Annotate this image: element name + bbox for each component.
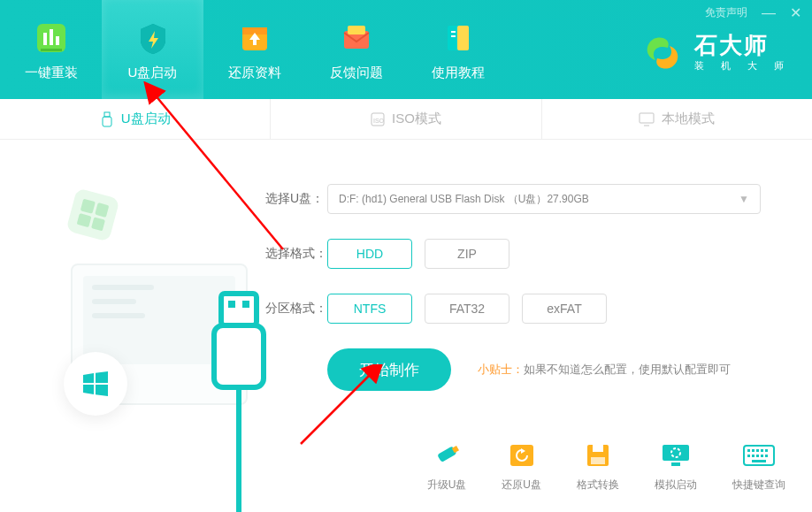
tool-label: 还原U盘 bbox=[502, 478, 541, 493]
svg-rect-14 bbox=[451, 35, 456, 37]
svg-rect-2 bbox=[50, 29, 53, 45]
tip-body: 如果不知道怎么配置，使用默认配置即可 bbox=[524, 363, 731, 376]
tool-label: 快捷键查询 bbox=[732, 478, 785, 493]
tool-label: 升级U盘 bbox=[427, 478, 467, 493]
tool-upgrade-usb[interactable]: 升级U盘 bbox=[427, 442, 467, 493]
close-button[interactable]: ✕ bbox=[790, 9, 801, 18]
subtab-label: ISO模式 bbox=[392, 111, 441, 127]
svg-rect-13 bbox=[451, 31, 456, 33]
start-button[interactable]: 开始制作 bbox=[327, 348, 451, 391]
main-content: 选择U盘： D:F: (hd1) General USB Flash Disk … bbox=[0, 140, 812, 409]
monitor-loading-icon bbox=[659, 442, 693, 469]
tool-hotkey-lookup[interactable]: 快捷键查询 bbox=[732, 442, 785, 493]
svg-rect-4 bbox=[41, 49, 62, 51]
svg-rect-41 bbox=[747, 449, 750, 452]
svg-marker-24 bbox=[96, 385, 108, 396]
usb-plug-icon bbox=[203, 290, 274, 512]
illustration bbox=[27, 184, 265, 391]
keyboard-icon bbox=[742, 442, 776, 469]
book-icon bbox=[439, 19, 478, 57]
subtab-usb[interactable]: U盘启动 bbox=[0, 99, 271, 139]
nav-label: 一键重装 bbox=[25, 65, 78, 81]
minimize-button[interactable]: — bbox=[762, 9, 776, 18]
tip-text: 小贴士：如果不知道怎么配置，使用默认配置即可 bbox=[478, 362, 731, 378]
nav-restore[interactable]: 还原资料 bbox=[203, 0, 305, 99]
svg-rect-29 bbox=[242, 301, 249, 308]
usb-icon bbox=[100, 111, 114, 127]
svg-rect-47 bbox=[752, 455, 755, 457]
brand: 石大师 装 机 大 师 bbox=[641, 32, 791, 74]
tool-label: 格式转换 bbox=[577, 478, 619, 493]
svg-rect-19 bbox=[640, 113, 654, 123]
app-header: 免责声明 — ✕ 一键重装 U盘启动 还原资料 反馈问题 bbox=[0, 0, 812, 99]
svg-marker-22 bbox=[96, 371, 108, 383]
subtab-iso[interactable]: ISO ISO模式 bbox=[271, 99, 541, 139]
svg-rect-43 bbox=[756, 449, 759, 452]
nav-usb-boot[interactable]: U盘启动 bbox=[102, 0, 203, 99]
brand-logo-icon bbox=[641, 32, 684, 74]
brand-tagline: 装 机 大 师 bbox=[694, 59, 791, 73]
iso-icon: ISO bbox=[371, 112, 385, 126]
svg-rect-15 bbox=[104, 112, 110, 117]
disk-label: 选择U盘： bbox=[265, 191, 327, 207]
upload-box-icon bbox=[235, 19, 274, 57]
nav-label: 还原资料 bbox=[228, 65, 281, 81]
svg-marker-21 bbox=[83, 373, 94, 383]
svg-rect-37 bbox=[663, 445, 689, 461]
svg-rect-39 bbox=[671, 462, 680, 466]
svg-rect-45 bbox=[765, 449, 768, 452]
svg-rect-46 bbox=[747, 455, 750, 457]
svg-rect-25 bbox=[221, 294, 257, 325]
nav-label: U盘启动 bbox=[128, 65, 178, 81]
svg-rect-36 bbox=[591, 457, 605, 464]
brand-name: 石大师 bbox=[694, 34, 791, 57]
nav-tutorial[interactable]: 使用教程 bbox=[407, 0, 509, 99]
subtab-local[interactable]: 本地模式 bbox=[542, 99, 812, 139]
disk-select[interactable]: D:F: (hd1) General USB Flash Disk （U盘）27… bbox=[327, 184, 761, 214]
windows-logo-icon bbox=[64, 352, 127, 416]
monitor-icon bbox=[639, 112, 655, 126]
restore-box-icon bbox=[505, 442, 539, 469]
svg-rect-44 bbox=[761, 449, 763, 452]
windows-tile-icon bbox=[65, 187, 119, 241]
svg-rect-51 bbox=[752, 460, 766, 462]
partition-exfat[interactable]: exFAT bbox=[522, 294, 607, 324]
sub-tabs: U盘启动 ISO ISO模式 本地模式 bbox=[0, 99, 812, 140]
svg-rect-3 bbox=[56, 36, 59, 45]
svg-rect-49 bbox=[761, 455, 763, 457]
svg-rect-50 bbox=[765, 455, 768, 457]
disk-value: D:F: (hd1) General USB Flash Disk （U盘）27… bbox=[339, 192, 589, 207]
usb-stick-icon bbox=[430, 442, 463, 469]
format-hdd[interactable]: HDD bbox=[327, 239, 412, 269]
svg-rect-42 bbox=[752, 449, 755, 452]
chevron-down-icon: ▼ bbox=[739, 193, 749, 205]
titlebar: 免责声明 — ✕ bbox=[705, 5, 801, 20]
svg-rect-35 bbox=[593, 445, 603, 452]
config-form: 选择U盘： D:F: (hd1) General USB Flash Disk … bbox=[265, 184, 785, 391]
partition-fat32[interactable]: FAT32 bbox=[425, 294, 509, 324]
nav-feedback[interactable]: 反馈问题 bbox=[305, 0, 407, 99]
subtab-label: U盘启动 bbox=[121, 111, 171, 127]
tool-simulate-boot[interactable]: 模拟启动 bbox=[655, 442, 697, 493]
svg-marker-23 bbox=[83, 385, 94, 394]
tool-restore-usb[interactable]: 还原U盘 bbox=[502, 442, 541, 493]
nav-reinstall[interactable]: 一键重装 bbox=[0, 0, 102, 99]
subtab-label: 本地模式 bbox=[662, 111, 715, 127]
nav-label: 使用教程 bbox=[432, 65, 485, 81]
main-nav: 一键重装 U盘启动 还原资料 反馈问题 使用教程 bbox=[0, 0, 509, 99]
svg-rect-12 bbox=[457, 26, 469, 50]
nav-label: 反馈问题 bbox=[330, 65, 383, 81]
svg-rect-1 bbox=[43, 33, 47, 45]
tool-format-convert[interactable]: 格式转换 bbox=[577, 442, 619, 493]
floppy-icon bbox=[581, 442, 615, 469]
svg-rect-10 bbox=[348, 26, 365, 34]
partition-ntfs[interactable]: NTFS bbox=[327, 294, 412, 324]
svg-rect-16 bbox=[103, 117, 111, 126]
tool-label: 模拟启动 bbox=[655, 478, 697, 493]
disclaimer-link[interactable]: 免责声明 bbox=[705, 5, 747, 20]
svg-rect-48 bbox=[756, 455, 759, 457]
partition-label: 分区格式： bbox=[265, 301, 327, 317]
shield-bolt-icon bbox=[134, 19, 172, 57]
format-zip[interactable]: ZIP bbox=[425, 239, 509, 269]
bottom-tools: 升级U盘 还原U盘 格式转换 模拟启动 快捷键查询 bbox=[427, 442, 785, 493]
